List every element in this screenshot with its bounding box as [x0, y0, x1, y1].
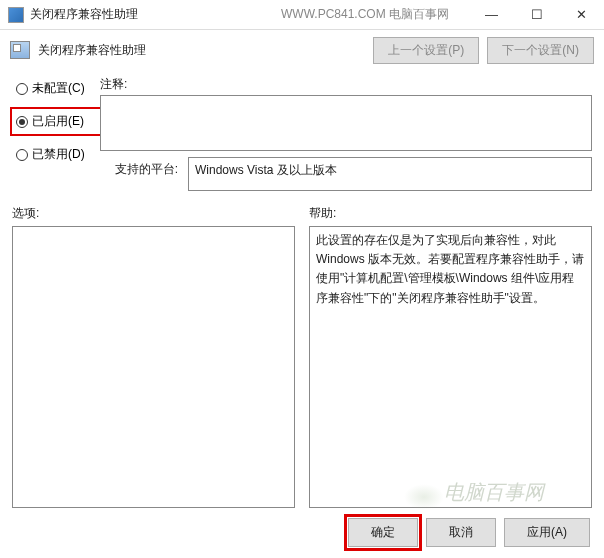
radio-enabled[interactable]: 已启用(E) [10, 107, 102, 136]
window-title: 关闭程序兼容性助理 [30, 6, 138, 23]
titlebar: 关闭程序兼容性助理 WWW.PC841.COM 电脑百事网 — ☐ ✕ [0, 0, 604, 30]
radio-label: 已禁用(D) [32, 146, 85, 163]
radio-icon [16, 116, 28, 128]
minimize-button[interactable]: — [469, 0, 514, 29]
close-button[interactable]: ✕ [559, 0, 604, 29]
options-label: 选项: [12, 205, 295, 222]
maximize-button[interactable]: ☐ [514, 0, 559, 29]
cancel-button[interactable]: 取消 [426, 518, 496, 547]
prev-setting-button[interactable]: 上一个设置(P) [373, 37, 479, 64]
window-controls: — ☐ ✕ [469, 0, 604, 29]
lower-panels: 选项: 帮助: 此设置的存在仅是为了实现后向兼容性，对此 Windows 版本无… [0, 205, 604, 508]
watermark-url: WWW.PC841.COM 电脑百事网 [281, 6, 449, 23]
toolbar: 关闭程序兼容性助理 上一个设置(P) 下一个设置(N) [0, 30, 604, 70]
radio-disabled[interactable]: 已禁用(D) [12, 144, 100, 165]
app-icon [8, 7, 24, 23]
content-area: 未配置(C) 已启用(E) 已禁用(D) 注释: 支持的平台: Windows … [0, 70, 604, 191]
help-box: 此设置的存在仅是为了实现后向兼容性，对此 Windows 版本无效。若要配置程序… [309, 226, 592, 508]
next-setting-button[interactable]: 下一个设置(N) [487, 37, 594, 64]
platform-value: Windows Vista 及以上版本 [188, 157, 592, 191]
radio-label: 已启用(E) [32, 113, 84, 130]
radio-label: 未配置(C) [32, 80, 85, 97]
radio-not-configured[interactable]: 未配置(C) [12, 78, 100, 99]
policy-icon [10, 41, 30, 59]
comment-label: 注释: [100, 76, 592, 93]
ok-button[interactable]: 确定 [348, 518, 418, 547]
state-radio-group: 未配置(C) 已启用(E) 已禁用(D) [12, 76, 100, 165]
policy-title: 关闭程序兼容性助理 [38, 42, 365, 59]
radio-icon [16, 83, 28, 95]
comment-input[interactable] [100, 95, 592, 151]
platform-label: 支持的平台: [100, 157, 188, 178]
help-label: 帮助: [309, 205, 592, 222]
footer: 确定 取消 应用(A) [0, 508, 604, 557]
options-box [12, 226, 295, 508]
apply-button[interactable]: 应用(A) [504, 518, 590, 547]
radio-icon [16, 149, 28, 161]
